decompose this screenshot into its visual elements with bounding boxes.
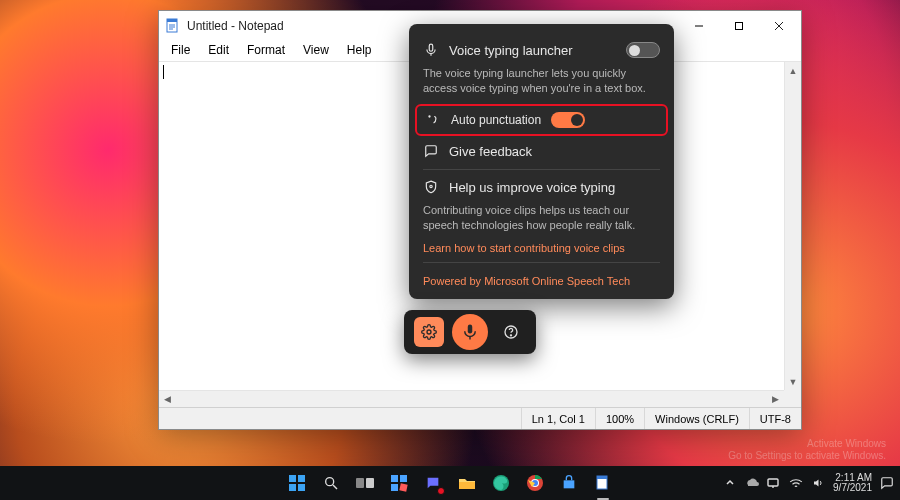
close-button[interactable] [759, 11, 799, 41]
notification-badge [437, 487, 445, 495]
horizontal-scrollbar[interactable]: ◀ ▶ [159, 390, 801, 407]
vertical-scrollbar[interactable]: ▲ ▼ [784, 62, 801, 390]
voice-mic-button[interactable] [452, 314, 488, 350]
menu-help[interactable]: Help [339, 41, 380, 61]
voice-typing-toolbar [404, 310, 536, 354]
menu-view[interactable]: View [295, 41, 337, 61]
status-zoom: 100% [595, 408, 644, 429]
notepad-icon [165, 18, 181, 34]
status-encoding: UTF-8 [749, 408, 801, 429]
start-button[interactable] [283, 469, 311, 497]
voice-help-button[interactable] [496, 317, 526, 347]
system-tray: 2:11 AM 9/7/2021 [723, 466, 894, 500]
voice-launcher-toggle[interactable] [626, 42, 660, 58]
feedback-icon [423, 144, 439, 158]
activation-watermark: Activate Windows Go to Settings to activ… [728, 438, 886, 462]
learn-link[interactable]: Learn how to start contributing voice cl… [423, 238, 660, 258]
microphone-icon [423, 43, 439, 57]
panel-separator-2 [423, 262, 660, 263]
maximize-button[interactable] [719, 11, 759, 41]
voice-launcher-label: Voice typing launcher [449, 43, 616, 58]
status-bar: Ln 1, Col 1 100% Windows (CRLF) UTF-8 [159, 407, 801, 429]
svg-rect-1 [167, 19, 177, 22]
menu-file[interactable]: File [163, 41, 198, 61]
svg-rect-29 [399, 483, 407, 491]
svg-rect-28 [391, 484, 398, 491]
svg-rect-9 [429, 44, 433, 51]
svg-rect-36 [597, 476, 607, 479]
search-button[interactable] [317, 469, 345, 497]
svg-rect-20 [289, 484, 296, 491]
improve-row: Help us improve voice typing [423, 174, 660, 201]
punctuation-icon [425, 113, 441, 127]
svg-rect-6 [736, 23, 743, 30]
auto-punctuation-highlight: Auto punctuation [415, 104, 668, 136]
taskbar-center [283, 469, 617, 497]
scroll-right-icon[interactable]: ▶ [767, 391, 784, 407]
window-controls [679, 11, 799, 41]
shield-icon [423, 180, 439, 194]
menu-format[interactable]: Format [239, 41, 293, 61]
improve-label: Help us improve voice typing [449, 180, 660, 195]
tray-chevron-icon[interactable] [723, 476, 737, 490]
auto-punctuation-label: Auto punctuation [451, 113, 541, 127]
svg-rect-30 [459, 482, 475, 489]
minimize-button[interactable] [679, 11, 719, 41]
clock-date: 9/7/2021 [833, 483, 872, 494]
auto-punctuation-toggle[interactable] [551, 112, 585, 128]
task-view-button[interactable] [351, 469, 379, 497]
watermark-line1: Activate Windows [728, 438, 886, 450]
scroll-down-icon[interactable]: ▼ [785, 373, 801, 390]
watermark-line2: Go to Settings to activate Windows. [728, 450, 886, 462]
svg-point-17 [510, 335, 511, 336]
scroll-corner [784, 390, 801, 407]
notepad-taskbar-button[interactable] [589, 469, 617, 497]
volume-icon[interactable] [811, 476, 825, 490]
voice-typing-panel: Voice typing launcher The voice typing l… [409, 24, 674, 299]
svg-rect-18 [289, 475, 296, 482]
clock[interactable]: 2:11 AM 9/7/2021 [833, 473, 872, 494]
text-caret [163, 65, 164, 79]
svg-rect-37 [768, 479, 778, 486]
svg-rect-19 [298, 475, 305, 482]
svg-rect-14 [468, 325, 473, 334]
powered-by-label: Powered by Microsoft Online Speech Tech [423, 267, 660, 289]
svg-rect-21 [298, 484, 305, 491]
svg-rect-26 [391, 475, 398, 482]
voice-launcher-desc: The voice typing launcher lets you quick… [423, 64, 660, 102]
svg-point-13 [427, 330, 431, 334]
feedback-row[interactable]: Give feedback [423, 138, 660, 165]
voice-launcher-row: Voice typing launcher [423, 36, 660, 64]
chat-button[interactable] [419, 469, 447, 497]
wifi-icon[interactable] [789, 476, 803, 490]
svg-line-23 [333, 485, 337, 489]
store-button[interactable] [555, 469, 583, 497]
scroll-up-icon[interactable]: ▲ [785, 62, 801, 79]
voice-settings-button[interactable] [414, 317, 444, 347]
scroll-left-icon[interactable]: ◀ [159, 391, 176, 407]
notification-center-icon[interactable] [880, 476, 894, 490]
svg-point-12 [430, 185, 432, 187]
menu-edit[interactable]: Edit [200, 41, 237, 61]
status-eol: Windows (CRLF) [644, 408, 749, 429]
svg-rect-25 [366, 478, 374, 488]
onedrive-icon[interactable] [745, 476, 759, 490]
taskbar: 2:11 AM 9/7/2021 [0, 466, 900, 500]
improve-desc: Contributing voice clips helps us teach … [423, 201, 660, 239]
file-explorer-button[interactable] [453, 469, 481, 497]
svg-rect-24 [356, 478, 364, 488]
network-icon[interactable] [767, 476, 781, 490]
status-position: Ln 1, Col 1 [521, 408, 595, 429]
widgets-button[interactable] [385, 469, 413, 497]
svg-point-22 [326, 478, 334, 486]
svg-point-11 [428, 115, 430, 117]
chrome-button[interactable] [521, 469, 549, 497]
svg-rect-27 [400, 475, 407, 482]
edge-button[interactable] [487, 469, 515, 497]
panel-separator [423, 169, 660, 170]
feedback-label: Give feedback [449, 144, 660, 159]
